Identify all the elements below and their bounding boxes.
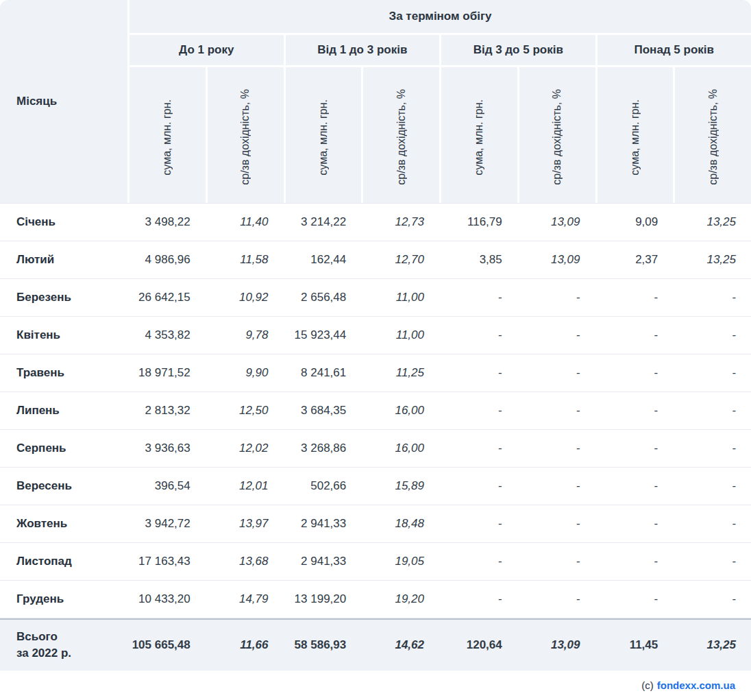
table-row-march: Березень 26 642,15 10,92 2 656,48 11,00 … [0, 279, 751, 317]
amount-cell: 18 971,52 [127, 366, 206, 380]
yield-cell: - [673, 404, 751, 418]
yield-cell: 11,25 [361, 366, 439, 380]
amount-cell: 396,54 [127, 479, 206, 493]
yield-cell: 12,02 [206, 442, 284, 455]
amount-cell: 2,37 [595, 253, 674, 267]
yield-cell: 13,09 [517, 215, 595, 229]
yield-cell: 9,78 [206, 328, 284, 342]
yield-cell: - [673, 479, 751, 493]
amount-cell: - [439, 555, 517, 568]
amount-cell: 26 642,15 [127, 291, 206, 304]
subheader-yield: ср/зв дохідність, % [206, 65, 284, 203]
amount-cell: 3 684,35 [284, 404, 362, 418]
table-body: Січень 3 498,22 11,40 3 214,22 12,73 116… [0, 203, 751, 618]
month-label: Липень [0, 404, 127, 418]
yield-cell: 10,92 [206, 291, 284, 304]
subheader-yield: ср/зв дохідність, % [361, 65, 439, 203]
footer: (c) fondexx.com.ua [0, 671, 751, 700]
yield-cell: 12,01 [206, 479, 284, 493]
amount-cell: - [595, 366, 674, 380]
subheader-yield: ср/зв дохідність, % [517, 65, 595, 203]
subheader-amount: сума, млн. грн. [595, 65, 674, 203]
yield-cell: - [517, 555, 595, 568]
amount-cell: - [595, 592, 674, 606]
subheader-amount-label: сума, млн. грн. [473, 95, 485, 176]
amount-cell: 4 353,82 [127, 328, 206, 342]
group-header-over-5-years: Понад 5 років [595, 33, 751, 65]
subheader-amount-label: сума, млн. грн. [629, 95, 641, 176]
yield-cell: - [517, 404, 595, 418]
table-row-august: Серпень 3 936,63 12,02 3 268,86 16,00 - … [0, 430, 751, 468]
yield-cell: 18,48 [361, 517, 439, 531]
table-row-july: Липень 2 813,32 12,50 3 684,35 16,00 - -… [0, 392, 751, 430]
yield-cell: 11,40 [206, 215, 284, 229]
amount-cell: 17 163,43 [127, 555, 206, 568]
yield-cell: 13,25 [673, 253, 751, 267]
group-header-1-to-3-years: Від 1 до 3 років [284, 33, 440, 65]
table-row-september: Вересень 396,54 12,01 502,66 15,89 - - -… [0, 468, 751, 505]
yield-cell: 11,00 [361, 291, 439, 304]
total-yield-cell: 14,62 [361, 638, 439, 652]
amount-cell: - [439, 366, 517, 380]
month-label: Вересень [0, 479, 127, 493]
table-header: Місяць За терміном обігу До 1 року Від 1… [0, 0, 751, 203]
month-label: Січень [0, 215, 127, 229]
amount-cell: 10 433,20 [127, 592, 206, 606]
amount-cell: - [595, 555, 674, 568]
amount-cell: - [595, 479, 674, 493]
month-label: Березень [0, 291, 127, 304]
total-label-line2: за 2022 р. [16, 645, 127, 662]
amount-cell: 13 199,20 [284, 592, 362, 606]
amount-cell: 9,09 [595, 215, 674, 229]
subheader-amount: сума, млн. грн. [439, 65, 517, 203]
fondexx-link[interactable]: fondexx.com.ua [657, 679, 735, 691]
amount-cell: 15 923,44 [284, 328, 362, 342]
table-row-april: Квітень 4 353,82 9,78 15 923,44 11,00 - … [0, 317, 751, 354]
amount-cell: - [595, 328, 674, 342]
yield-cell: - [517, 291, 595, 304]
yield-cell: 15,89 [361, 479, 439, 493]
table-row-february: Лютий 4 986,96 11,58 162,44 12,70 3,85 1… [0, 241, 751, 279]
amount-cell: 3 214,22 [284, 215, 362, 229]
amount-cell: - [595, 517, 674, 531]
yield-cell: - [673, 291, 751, 304]
month-label: Грудень [0, 592, 127, 606]
amount-cell: - [439, 517, 517, 531]
subheader-amount-label: сума, млн. грн. [161, 95, 173, 176]
amount-cell: 2 656,48 [284, 291, 362, 304]
amount-cell: - [439, 442, 517, 455]
yield-cell: 13,97 [206, 517, 284, 531]
yield-cell: 19,20 [361, 592, 439, 606]
total-amount-cell: 58 586,93 [284, 638, 362, 652]
yield-cell: 12,73 [361, 215, 439, 229]
subheader-amount-label: сума, млн. грн. [317, 95, 330, 176]
month-label: Листопад [0, 555, 127, 568]
total-label-line1: Всього [16, 629, 127, 645]
month-label: Жовтень [0, 517, 127, 531]
yield-cell: - [673, 592, 751, 606]
total-amount-cell: 120,64 [439, 638, 517, 652]
yield-cell: - [673, 555, 751, 568]
month-label: Травень [0, 366, 127, 380]
amount-cell: - [439, 291, 517, 304]
yield-cell: 13,25 [673, 215, 751, 229]
subheader-amount: сума, млн. грн. [127, 65, 206, 203]
amount-cell: - [439, 479, 517, 493]
yield-cell: - [673, 366, 751, 380]
yield-cell: - [673, 517, 751, 531]
amount-cell: 2 941,33 [284, 517, 362, 531]
table-row-may: Травень 18 971,52 9,90 8 241,61 11,25 - … [0, 354, 751, 392]
amount-cell: - [439, 404, 517, 418]
amount-cell: - [595, 442, 674, 455]
amount-cell: 3 942,72 [127, 517, 206, 531]
yield-cell: 9,90 [206, 366, 284, 380]
amount-cell: - [439, 328, 517, 342]
group-header-up-to-1-year: До 1 року [127, 33, 284, 65]
month-column-header: Місяць [0, 0, 127, 203]
yield-cell: 14,79 [206, 592, 284, 606]
amount-cell: 3 936,63 [127, 442, 206, 455]
yield-cell: - [517, 592, 595, 606]
subheader-yield: ср/зв дохідність, % [673, 65, 751, 203]
table-row-october: Жовтень 3 942,72 13,97 2 941,33 18,48 - … [0, 505, 751, 543]
month-label: Квітень [0, 328, 127, 342]
